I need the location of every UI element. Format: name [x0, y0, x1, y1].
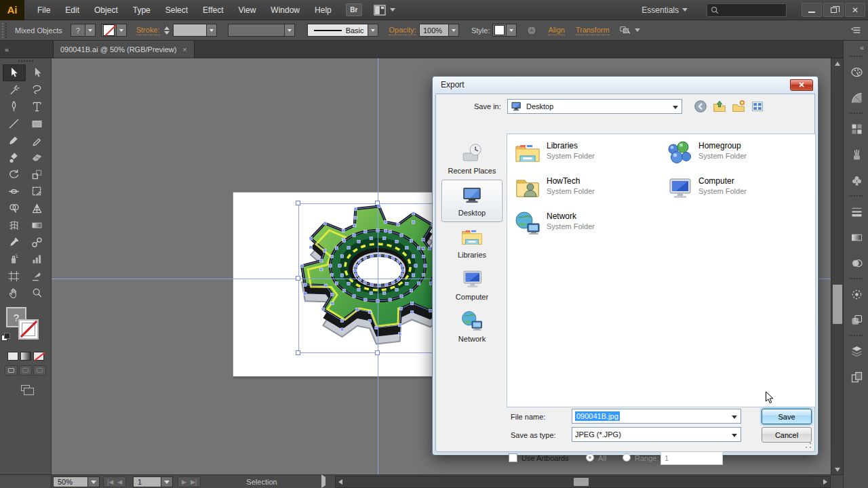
tool-button[interactable] [26, 200, 49, 217]
tool-button[interactable] [3, 166, 26, 183]
artboard-number-dropdown[interactable]: 1 [133, 476, 173, 487]
menu-item[interactable]: Edit [58, 0, 87, 20]
menu-item[interactable]: Help [307, 0, 339, 20]
bbox-handle[interactable] [375, 201, 380, 205]
tool-button[interactable] [26, 217, 49, 234]
tool-button[interactable] [3, 268, 26, 285]
collapse-panels-icon[interactable]: « [860, 41, 868, 53]
minimize-button[interactable] [802, 3, 822, 17]
place-item[interactable]: Recent Places [441, 138, 502, 180]
panel-button[interactable] [844, 141, 868, 167]
status-display[interactable]: Selection [203, 475, 320, 488]
screen-mode-button[interactable] [17, 382, 35, 394]
draw-behind-button[interactable] [19, 365, 32, 375]
panel-group-handle[interactable] [849, 195, 863, 197]
tool-button[interactable] [3, 217, 26, 234]
cancel-button[interactable]: Cancel [762, 427, 812, 443]
tool-button[interactable] [3, 115, 26, 132]
select-similar-button[interactable] [619, 25, 640, 36]
align-link[interactable]: Align [548, 26, 564, 35]
collapse-tools-icon[interactable]: « [0, 41, 14, 58]
tool-button[interactable] [26, 234, 49, 251]
menu-item[interactable]: Window [263, 0, 307, 20]
scroll-right-button[interactable] [821, 478, 830, 486]
horizontal-scrollbar[interactable] [335, 476, 831, 488]
tool-button[interactable] [26, 285, 49, 302]
file-item[interactable]: Homegroup System Folder [666, 140, 818, 175]
panel-button[interactable] [844, 84, 868, 110]
default-colors-icon[interactable] [1, 333, 11, 341]
transform-link[interactable]: Transform [576, 26, 610, 35]
panel-drag-handle[interactable] [18, 60, 33, 63]
tool-button[interactable] [26, 183, 49, 200]
panel-group-handle[interactable] [849, 335, 863, 336]
variable-width-profile-dropdown[interactable] [228, 24, 295, 37]
menu-item[interactable]: Object [87, 0, 125, 20]
search-input[interactable] [707, 3, 787, 17]
panel-button[interactable] [844, 115, 868, 141]
scroll-down-button[interactable] [831, 464, 844, 474]
draw-normal-button[interactable] [5, 365, 18, 375]
menu-item[interactable]: File [30, 0, 58, 20]
panel-button[interactable] [844, 306, 868, 332]
range-radio[interactable] [623, 453, 631, 462]
tool-button[interactable] [26, 251, 49, 268]
panel-button[interactable] [844, 198, 868, 224]
tool-button[interactable] [26, 98, 49, 115]
panel-drag-handle[interactable] [2, 23, 7, 38]
tool-button[interactable] [3, 251, 26, 268]
close-button[interactable]: ✕ [845, 3, 865, 17]
up-one-level-icon[interactable] [713, 100, 726, 113]
place-item[interactable]: Network [441, 306, 502, 348]
tool-button[interactable] [3, 64, 26, 81]
tool-button[interactable] [3, 98, 26, 115]
menu-item[interactable]: Select [158, 0, 195, 20]
menu-item[interactable]: Type [125, 0, 158, 20]
scroll-up-button[interactable] [831, 58, 844, 68]
bridge-button[interactable]: Br [346, 3, 362, 16]
tool-button[interactable] [26, 166, 49, 183]
none-button[interactable] [33, 352, 44, 361]
tool-button[interactable] [26, 268, 49, 285]
back-icon[interactable] [694, 100, 707, 113]
panel-button[interactable] [844, 249, 868, 275]
tool-button[interactable] [26, 132, 49, 149]
panel-button[interactable] [844, 338, 868, 363]
scroll-left-button[interactable] [336, 478, 345, 486]
stroke-weight-dropdown[interactable] [173, 24, 217, 37]
use-artboards-checkbox[interactable] [509, 453, 517, 462]
tool-button[interactable] [3, 183, 26, 200]
tool-button[interactable] [3, 149, 26, 166]
stroke-label[interactable]: Stroke: [136, 26, 160, 35]
fill-style-dropdown[interactable]: ? [71, 24, 96, 37]
style-dropdown[interactable] [492, 24, 517, 37]
view-menu-button[interactable] [751, 100, 766, 113]
panel-group-handle[interactable] [849, 278, 863, 279]
vertical-guide[interactable] [378, 58, 378, 474]
place-item[interactable]: Computer [441, 264, 502, 306]
stroke-weight-stepper[interactable] [164, 26, 170, 35]
tool-button[interactable] [3, 200, 26, 217]
opacity-dropdown[interactable]: 100% [419, 24, 459, 37]
save-in-dropdown[interactable]: Desktop [507, 99, 682, 114]
menu-item[interactable]: View [231, 0, 264, 20]
zoom-level-dropdown[interactable]: 50% [53, 476, 100, 487]
panel-button[interactable] [844, 58, 868, 84]
panel-button[interactable] [844, 167, 868, 192]
draw-inside-button[interactable] [33, 365, 46, 375]
brush-definition-dropdown[interactable]: Basic [307, 24, 378, 37]
panel-menu-icon[interactable] [850, 26, 863, 35]
tool-button[interactable] [26, 64, 49, 81]
file-item[interactable]: Computer System Folder [666, 175, 818, 210]
panel-button[interactable] [844, 363, 868, 389]
tool-button[interactable] [3, 234, 26, 251]
panel-group-handle[interactable] [849, 56, 863, 57]
document-tab[interactable]: 090041B.ai @ 50% (RGB/Preview) × [53, 41, 195, 58]
place-item[interactable]: Libraries [441, 222, 502, 264]
stroke-color-dropdown[interactable] [101, 24, 127, 37]
restore-button[interactable] [823, 3, 844, 17]
panel-button[interactable] [844, 224, 868, 249]
horizontal-scroll-thumb[interactable] [574, 478, 589, 486]
bbox-handle[interactable] [296, 276, 300, 281]
recolor-artwork-icon[interactable] [526, 25, 537, 36]
